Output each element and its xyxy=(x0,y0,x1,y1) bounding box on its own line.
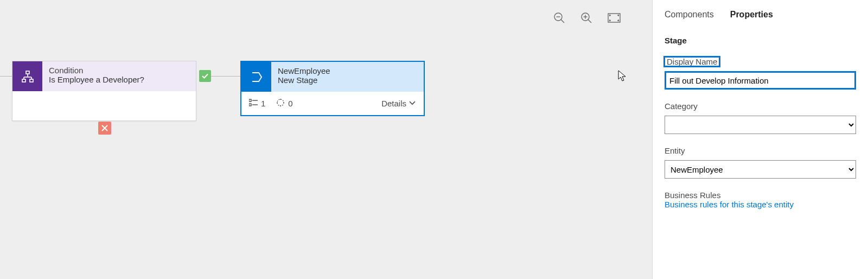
svg-line-1 xyxy=(561,20,564,23)
steps-count-value: 1 xyxy=(261,99,265,108)
svg-point-21 xyxy=(277,99,284,106)
stage-name-label: New Stage xyxy=(278,75,417,85)
category-select[interactable] xyxy=(665,116,856,134)
category-label: Category xyxy=(665,102,698,111)
zoom-out-icon[interactable] xyxy=(553,12,565,24)
connector-line xyxy=(211,76,240,77)
tab-properties[interactable]: Properties xyxy=(730,10,773,20)
stage-node[interactable]: NewEmployee New Stage 1 0 D xyxy=(240,61,425,116)
stage-header-text: NewEmployee New Stage xyxy=(271,62,424,92)
canvas-toolbar xyxy=(553,12,621,24)
entity-field: Entity NewEmployee xyxy=(665,146,856,179)
category-field: Category xyxy=(665,102,856,134)
display-name-input[interactable] xyxy=(665,71,856,90)
true-branch-icon xyxy=(199,70,211,82)
display-name-field: Display Name xyxy=(665,57,856,90)
triggers-count-value: 0 xyxy=(288,99,292,108)
business-rules-link[interactable]: Business rules for this stage's entity xyxy=(665,200,856,209)
condition-type-label: Condition xyxy=(49,66,189,75)
svg-rect-19 xyxy=(249,104,251,106)
business-rules-label: Business Rules xyxy=(665,191,856,200)
entity-label: Entity xyxy=(665,146,685,155)
details-label: Details xyxy=(381,99,406,108)
false-branch-icon xyxy=(98,122,111,135)
svg-rect-9 xyxy=(22,79,25,82)
svg-rect-10 xyxy=(30,79,33,82)
triggers-icon xyxy=(276,98,285,109)
panel-tabs: Components Properties xyxy=(665,0,856,20)
condition-footer xyxy=(12,91,196,121)
entity-select[interactable]: NewEmployee xyxy=(665,160,856,179)
stage-icon xyxy=(241,62,271,92)
display-name-label: Display Name xyxy=(665,57,719,66)
steps-icon xyxy=(249,99,258,108)
steps-counter: 1 xyxy=(249,99,265,108)
stage-entity-label: NewEmployee xyxy=(278,66,417,75)
condition-node[interactable]: Condition Is Employee a Developer? xyxy=(12,61,196,121)
properties-panel: Components Properties Stage Display Name… xyxy=(652,0,868,279)
svg-rect-17 xyxy=(249,99,251,102)
condition-header-text: Condition Is Employee a Developer? xyxy=(42,61,196,91)
panel-section-title: Stage xyxy=(665,36,856,45)
condition-icon xyxy=(12,61,42,91)
zoom-in-icon[interactable] xyxy=(580,12,592,24)
details-toggle[interactable]: Details xyxy=(381,99,416,108)
connector-line xyxy=(0,76,12,77)
triggers-counter: 0 xyxy=(276,98,292,109)
svg-line-4 xyxy=(588,20,591,23)
svg-rect-8 xyxy=(26,71,29,74)
condition-title: Is Employee a Developer? xyxy=(49,75,189,84)
chevron-down-icon xyxy=(409,99,416,108)
cursor-icon xyxy=(617,69,628,85)
tab-components[interactable]: Components xyxy=(665,10,714,20)
fit-to-screen-icon[interactable] xyxy=(608,13,621,23)
